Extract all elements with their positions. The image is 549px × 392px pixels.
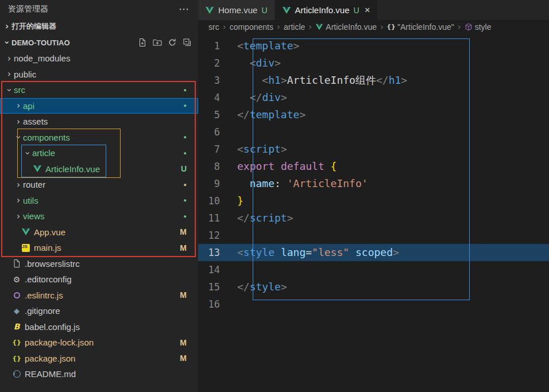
code-line-12[interactable]: 12 bbox=[198, 227, 549, 244]
refresh-button[interactable] bbox=[167, 37, 177, 48]
file-main.js[interactable]: JSmain.jsM bbox=[0, 240, 198, 256]
new-file-button[interactable] bbox=[137, 37, 148, 48]
file-.browserslistrc[interactable]: .browserslistrc bbox=[0, 256, 198, 272]
git-status-badge: U bbox=[261, 6, 267, 15]
code-line-4[interactable]: 4 </div> bbox=[198, 89, 549, 106]
breadcrumb-separator: › bbox=[308, 22, 312, 32]
line-number: 7 bbox=[198, 141, 237, 158]
open-editors-section-header[interactable]: › 打开的编辑器 bbox=[0, 18, 198, 34]
chevron-right-icon: › bbox=[14, 211, 23, 222]
folder-utils[interactable]: ›utils● bbox=[0, 193, 198, 209]
folder-router[interactable]: ›router● bbox=[0, 177, 198, 193]
chevron-right-icon: › bbox=[14, 100, 23, 111]
braces-icon: {} bbox=[387, 23, 395, 31]
code-line-1[interactable]: 1<template> bbox=[198, 37, 549, 55]
chevron-down-icon: › bbox=[2, 38, 12, 47]
explorer-toolbar bbox=[137, 37, 198, 48]
code-content: <style lang="less" scoped> bbox=[237, 244, 399, 261]
git-dot-badge: ● bbox=[184, 197, 198, 203]
git-status-badge: M bbox=[180, 227, 198, 236]
breadcrumb-label: components bbox=[230, 22, 273, 32]
code-content: <template> bbox=[237, 37, 299, 55]
code-line-14[interactable]: 14 bbox=[198, 261, 549, 278]
file-.editorconfig[interactable]: ⚙.editorconfig bbox=[0, 271, 198, 288]
new-folder-button[interactable] bbox=[152, 37, 163, 48]
item-label: package-lock.json bbox=[25, 337, 94, 347]
close-icon[interactable]: × bbox=[365, 5, 370, 15]
code-editor[interactable]: 1<template>2 <div>3 <h1>ArticleInfo组件</h… bbox=[198, 33, 549, 392]
file-ArticleInfo.vue[interactable]: ArticleInfo.vueU bbox=[0, 161, 198, 177]
code-line-2[interactable]: 2 <div> bbox=[198, 55, 549, 72]
item-label: .editorconfig bbox=[25, 274, 72, 284]
file-package.json[interactable]: {}package.jsonM bbox=[0, 351, 198, 367]
explorer-sidebar: 资源管理器 ⋯ › 打开的编辑器 › DEMO-TOUTIAO ›node_mo… bbox=[0, 0, 198, 392]
git-dot-badge: ● bbox=[184, 103, 198, 108]
item-label: .eslintrc.js bbox=[25, 290, 63, 300]
js-icon: JS bbox=[21, 243, 31, 253]
code-content: export default { bbox=[237, 158, 337, 175]
breadcrumb-item-components[interactable]: components bbox=[230, 22, 273, 32]
file-README.md[interactable]: iREADME.md bbox=[0, 366, 198, 382]
code-content: <script> bbox=[237, 141, 287, 158]
vscode-window: 资源管理器 ⋯ › 打开的编辑器 › DEMO-TOUTIAO ›node_mo… bbox=[0, 0, 549, 392]
code-line-3[interactable]: 3 <h1>ArticleInfo组件</h1> bbox=[198, 72, 549, 89]
folder-components[interactable]: ›components● bbox=[0, 130, 198, 146]
explorer-title: 资源管理器 bbox=[8, 4, 48, 14]
chevron-down-icon: › bbox=[4, 86, 14, 95]
item-label: .browserslistrc bbox=[25, 259, 80, 269]
folder-views[interactable]: ›views● bbox=[0, 208, 198, 224]
code-line-9[interactable]: 9 name: 'ArticleInfo' bbox=[198, 175, 549, 192]
file-package-lock.json[interactable]: {}package-lock.jsonM bbox=[0, 335, 198, 351]
folder-assets[interactable]: ›assets bbox=[0, 114, 198, 130]
file-App.vue[interactable]: App.vueM bbox=[0, 224, 198, 240]
git-icon: ◆ bbox=[12, 306, 21, 316]
line-number: 2 bbox=[198, 55, 237, 72]
vue-icon bbox=[21, 227, 30, 236]
breadcrumb-item-article[interactable]: article bbox=[284, 22, 305, 32]
more-actions-icon[interactable]: ⋯ bbox=[179, 6, 190, 12]
babel-icon: B bbox=[11, 322, 22, 331]
folder-public[interactable]: ›public bbox=[0, 67, 198, 83]
breadcrumb-label: ArticleInfo.vue bbox=[326, 22, 377, 32]
code-line-5[interactable]: 5</template> bbox=[198, 106, 549, 123]
code-line-6[interactable]: 6 bbox=[198, 123, 549, 141]
git-dot-badge: ● bbox=[184, 87, 198, 93]
file-.eslintrc.js[interactable]: .eslintrc.jsM bbox=[0, 288, 198, 304]
item-label: router bbox=[23, 180, 45, 189]
breadcrumb-separator: › bbox=[223, 22, 226, 32]
code-line-7[interactable]: 7<script> bbox=[198, 141, 549, 158]
code-line-16[interactable]: 16 bbox=[198, 296, 549, 313]
code-content: <h1>ArticleInfo组件</h1> bbox=[237, 72, 407, 89]
git-status-badge: M bbox=[180, 354, 198, 363]
folder-node_modules[interactable]: ›node_modules bbox=[0, 51, 198, 67]
code-line-15[interactable]: 15</style> bbox=[198, 278, 549, 296]
code-line-10[interactable]: 10} bbox=[198, 192, 549, 209]
code-line-11[interactable]: 11</script> bbox=[198, 209, 549, 227]
breadcrumb-item-ArticleInfo.vue[interactable]: ArticleInfo.vue bbox=[315, 22, 377, 32]
breadcrumb-separator: › bbox=[380, 22, 384, 32]
breadcrumb-item-style[interactable]: style bbox=[465, 22, 492, 32]
line-number: 11 bbox=[198, 209, 237, 227]
gear-icon: ⚙ bbox=[12, 275, 21, 284]
git-status-badge: M bbox=[180, 243, 198, 253]
folder-api[interactable]: ›api● bbox=[0, 98, 198, 114]
tab-ArticleInfo.vue[interactable]: ArticleInfo.vueU× bbox=[275, 0, 378, 20]
tab-label: Home.vue bbox=[218, 5, 257, 15]
vue-icon bbox=[282, 6, 291, 15]
folder-article[interactable]: ›article● bbox=[0, 145, 198, 161]
tab-label: ArticleInfo.vue bbox=[295, 5, 350, 15]
folder-src[interactable]: ›src● bbox=[0, 82, 198, 98]
line-number: 13 bbox=[198, 244, 237, 261]
file-babel.config.js[interactable]: Bbabel.config.js bbox=[0, 319, 198, 335]
breadcrumb-item-src[interactable]: src bbox=[208, 22, 219, 32]
code-line-13[interactable]: 13<style lang="less" scoped> bbox=[198, 244, 549, 261]
file-.gitignore[interactable]: ◆.gitignore bbox=[0, 303, 198, 319]
new-folder-icon bbox=[153, 38, 162, 47]
code-content: name: 'ArticleInfo' bbox=[237, 175, 368, 192]
project-section-header[interactable]: › DEMO-TOUTIAO bbox=[0, 34, 198, 51]
breadcrumb-item-ArticleInfo.vue[interactable]: {}"ArticleInfo.vue" bbox=[387, 22, 454, 32]
vue-icon bbox=[33, 164, 42, 173]
code-line-8[interactable]: 8export default { bbox=[198, 158, 549, 175]
tab-Home.vue[interactable]: Home.vueU bbox=[198, 0, 275, 20]
collapse-all-button[interactable] bbox=[182, 37, 192, 48]
